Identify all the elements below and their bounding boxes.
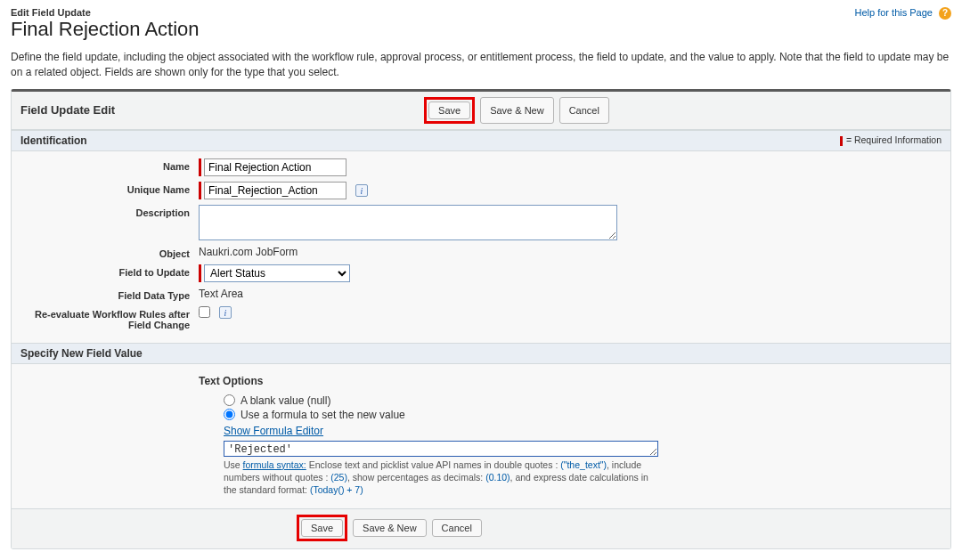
radio-formula-label: Use a formula to set the new value [240,409,405,421]
panel-title: Field Update Edit [20,103,288,117]
save-and-new-button[interactable]: Save & New [353,519,427,537]
label-unique-name: Unique Name [20,182,199,195]
field-data-type-value: Text Area [199,288,243,300]
label-field-data-type: Field Data Type [20,288,199,301]
radio-blank-input[interactable] [224,394,235,406]
page-description: Define the field update, including the o… [11,50,951,80]
save-button[interactable]: Save [301,519,343,537]
save-button[interactable]: Save [428,101,470,119]
section-identification: Identification = Required Information [12,130,950,151]
label-name: Name [20,158,199,172]
radio-blank-label: A blank value (null) [240,394,330,407]
help-link-text[interactable]: Help for this Page [855,7,933,18]
radio-formula-input[interactable] [224,409,235,420]
radio-blank-value[interactable]: A blank value (null) [224,394,942,407]
required-info-legend: = Required Information [840,134,942,146]
field-update-edit-panel: Field Update Edit Save Save & New Cancel… [11,89,951,550]
label-object: Object [20,246,199,259]
object-value: Naukri.com JobForm [199,246,298,258]
name-input[interactable] [204,158,346,176]
cancel-button[interactable]: Cancel [432,519,482,537]
radio-use-formula[interactable]: Use a formula to set the new value [224,409,942,421]
save-button-highlight: Save [424,97,475,124]
unique-name-input[interactable] [204,182,346,199]
save-and-new-button[interactable]: Save & New [480,97,554,124]
label-reevaluate: Re-evaluate Workflow Rules after Field C… [20,306,199,330]
label-description: Description [20,205,199,218]
label-field-to-update: Field to Update [20,264,199,278]
show-formula-editor-link[interactable]: Show Formula Editor [224,425,323,437]
page-eyebrow: Edit Field Update [11,7,951,18]
required-marker-icon [199,158,201,176]
text-options-heading: Text Options [199,375,942,387]
formula-textarea[interactable]: 'Rejected' [224,441,658,457]
save-button-highlight: Save [297,515,347,541]
section-specify-label: Specify New Field Value [20,347,143,360]
required-marker-icon [199,264,201,282]
info-icon[interactable]: i [355,184,368,197]
formula-syntax-hint: Use formula syntax: Enclose text and pic… [224,459,660,497]
help-icon: ? [939,7,951,20]
formula-syntax-link[interactable]: formula syntax: [243,459,306,470]
cancel-button[interactable]: Cancel [559,97,609,124]
field-to-update-select[interactable]: Alert Status [204,264,350,282]
description-textarea[interactable] [199,205,617,240]
required-marker-icon [199,182,201,199]
page-title: Final Rejection Action [11,18,951,41]
help-for-page[interactable]: Help for this Page ? [855,7,952,20]
reevaluate-checkbox[interactable] [199,306,210,318]
section-specify-new-value: Specify New Field Value [12,343,950,364]
info-icon[interactable]: i [219,306,232,319]
section-identification-label: Identification [20,134,87,147]
